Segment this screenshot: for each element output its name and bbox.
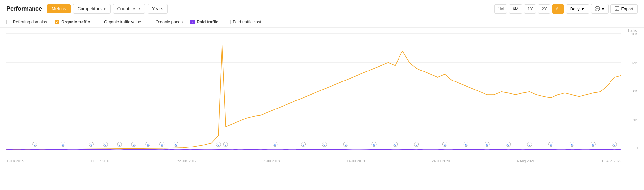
svg-text:G: G — [175, 143, 177, 146]
countries-button[interactable]: Countries ▼ — [113, 4, 145, 14]
svg-text:G: G — [345, 143, 347, 146]
svg-point-0 — [595, 6, 600, 11]
comment-button[interactable]: ▼ — [591, 4, 609, 14]
svg-text:G: G — [225, 143, 226, 146]
competitors-arrow-icon: ▼ — [103, 7, 106, 11]
x-label-3: 3 Jul 2018 — [264, 159, 280, 163]
time-all-button[interactable]: All — [552, 4, 564, 14]
svg-text:G: G — [373, 143, 375, 146]
years-button[interactable]: Years — [148, 4, 167, 14]
svg-text:G: G — [550, 143, 552, 146]
toolbar-left: Performance Metrics Competitors ▼ Countr… — [6, 4, 168, 14]
metric-organic-traffic-value[interactable]: Organic traffic value — [98, 19, 141, 24]
x-label-4: 14 Jul 2019 — [347, 159, 365, 163]
competitors-button[interactable]: Competitors ▼ — [73, 4, 110, 14]
x-label-7: 15 Aug 2022 — [601, 159, 621, 163]
countries-arrow-icon: ▼ — [138, 7, 141, 11]
y-label-4k: 4K — [623, 118, 638, 122]
metrics-button[interactable]: Metrics — [47, 4, 71, 13]
organic-pages-checkbox[interactable] — [149, 20, 153, 24]
svg-text:G: G — [147, 143, 149, 146]
svg-text:G: G — [161, 143, 163, 146]
x-label-0: 1 Jun 2015 — [6, 159, 24, 163]
chart-area: Traffic GGGGGGGGGGGGGGGGGGGGGGGGGGG 16K … — [6, 28, 638, 163]
y-axis-labels: 16K 12K 8K 4K 0 — [623, 32, 638, 150]
paid-traffic-checkbox[interactable] — [190, 20, 195, 24]
paid-traffic-cost-checkbox[interactable] — [226, 20, 231, 24]
daily-button[interactable]: Daily ▼ — [566, 4, 589, 14]
svg-text:G: G — [613, 143, 615, 146]
svg-text:G: G — [592, 143, 594, 146]
chart-svg: GGGGGGGGGGGGGGGGGGGGGGGGGGG — [6, 33, 621, 150]
svg-text:G: G — [133, 143, 135, 146]
daily-arrow-icon: ▼ — [581, 6, 585, 11]
metric-paid-traffic[interactable]: Paid traffic — [190, 19, 218, 24]
comment-icon — [595, 6, 600, 11]
svg-text:G: G — [90, 143, 92, 146]
x-label-1: 11 Jun 2016 — [91, 159, 111, 163]
x-label-2: 22 Jun 2017 — [177, 159, 197, 163]
time-1y-button[interactable]: 1Y — [524, 4, 536, 14]
time-2y-button[interactable]: 2Y — [538, 4, 550, 14]
svg-text:G: G — [529, 143, 531, 146]
svg-text:G: G — [394, 143, 396, 146]
svg-text:G: G — [34, 143, 36, 146]
y-label-8k: 8K — [623, 89, 638, 93]
svg-text:G: G — [104, 143, 106, 146]
y-label-12k: 12K — [623, 61, 638, 65]
organic-traffic-checkbox[interactable] — [55, 20, 59, 24]
time-1m-button[interactable]: 1M — [494, 4, 507, 14]
svg-text:G: G — [274, 143, 276, 146]
page-title: Performance — [6, 5, 42, 12]
svg-text:G: G — [217, 143, 219, 146]
svg-text:G: G — [507, 143, 509, 146]
metric-organic-pages[interactable]: Organic pages — [149, 19, 183, 24]
svg-text:G: G — [62, 143, 64, 146]
metric-referring-domains[interactable]: Referring domains — [6, 19, 47, 24]
x-label-6: 4 Aug 2021 — [517, 159, 535, 163]
x-label-5: 24 Jul 2020 — [432, 159, 450, 163]
svg-text:G: G — [119, 143, 120, 146]
svg-text:G: G — [444, 143, 446, 146]
referring-domains-checkbox[interactable] — [6, 20, 11, 24]
svg-text:G: G — [486, 143, 488, 146]
svg-text:G: G — [571, 143, 573, 146]
main-container: Performance Metrics Competitors ▼ Countr… — [0, 0, 644, 190]
metrics-row: Referring domains Organic traffic Organi… — [0, 16, 644, 28]
export-icon — [615, 6, 619, 11]
export-button[interactable]: Export — [610, 4, 638, 14]
svg-text:G: G — [323, 143, 325, 146]
toolbar-right: 1M 6M 1Y 2Y All Daily ▼ ▼ Exp — [494, 4, 638, 14]
time-6m-button[interactable]: 6M — [509, 4, 522, 14]
toolbar: Performance Metrics Competitors ▼ Countr… — [0, 0, 644, 16]
metric-paid-traffic-cost[interactable]: Paid traffic cost — [226, 19, 261, 24]
svg-text:G: G — [416, 143, 418, 146]
svg-text:G: G — [465, 143, 467, 146]
y-label-0: 0 — [623, 146, 638, 150]
comment-dropdown-arrow: ▼ — [601, 6, 605, 11]
y-axis-label: Traffic — [627, 28, 637, 32]
organic-traffic-value-checkbox[interactable] — [98, 20, 102, 24]
svg-text:G: G — [302, 143, 304, 146]
x-axis-labels: 1 Jun 2015 11 Jun 2016 22 Jun 2017 3 Jul… — [6, 159, 621, 163]
y-label-16k: 16K — [623, 32, 638, 36]
metric-organic-traffic[interactable]: Organic traffic — [55, 19, 90, 24]
